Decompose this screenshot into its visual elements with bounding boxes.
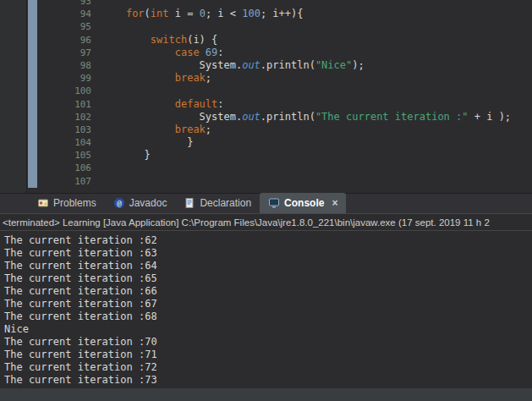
line-number[interactable]: 103 bbox=[0, 124, 95, 136]
line-number[interactable]: 93 bbox=[0, 0, 95, 8]
line-number[interactable]: 107 bbox=[0, 175, 95, 188]
javadoc-icon: @ bbox=[113, 197, 125, 209]
code-text: default: bbox=[95, 98, 224, 111]
code-text bbox=[95, 85, 101, 97]
code-line: 93 bbox=[0, 0, 532, 8]
problems-icon bbox=[37, 197, 49, 209]
code-text: switch(i) { bbox=[95, 34, 217, 47]
console-line: Nice bbox=[4, 323, 532, 336]
tab-label: Declaration bbox=[200, 197, 251, 209]
tab-label: Javadoc bbox=[129, 197, 167, 209]
svg-text:@: @ bbox=[117, 199, 122, 207]
status-bar bbox=[0, 387, 532, 401]
code-text: case 69: bbox=[95, 47, 224, 59]
code-line: 106 bbox=[0, 162, 532, 174]
console-line: The current iteration :68 bbox=[4, 310, 532, 323]
console-line: The current iteration :62 bbox=[4, 234, 532, 247]
tab-javadoc[interactable]: @ Javadoc bbox=[105, 193, 176, 213]
tab-problems[interactable]: Problems bbox=[29, 193, 105, 213]
line-number[interactable]: 97 bbox=[0, 47, 95, 59]
code-line: 98 System.out.println("Nice"); bbox=[0, 59, 532, 72]
line-number[interactable]: 106 bbox=[0, 162, 95, 174]
code-text: for(int i = 0; i < 100; i++){ bbox=[95, 8, 304, 20]
tab-console[interactable]: Console × bbox=[260, 193, 346, 213]
code-line: 105 } bbox=[0, 149, 532, 162]
view-tab-bar: Problems @ Javadoc Declaration Console × bbox=[0, 193, 532, 214]
console-icon bbox=[268, 197, 280, 209]
code-line: 103 break; bbox=[0, 124, 532, 136]
code-text bbox=[95, 0, 101, 8]
code-line: 95 bbox=[0, 20, 532, 33]
console-title: <terminated> Learning [Java Application]… bbox=[0, 215, 532, 231]
console-line: The current iteration :70 bbox=[4, 336, 532, 349]
code-text: } bbox=[95, 136, 193, 149]
code-text bbox=[95, 20, 101, 33]
line-number[interactable]: 96 bbox=[0, 34, 95, 47]
code-text: break; bbox=[95, 124, 211, 136]
console-line: The current iteration :71 bbox=[4, 349, 532, 361]
code-text bbox=[95, 175, 101, 188]
code-text bbox=[95, 162, 101, 174]
console-line: The current iteration :64 bbox=[4, 260, 532, 272]
tab-declaration[interactable]: Declaration bbox=[175, 193, 260, 213]
code-line: 107 bbox=[0, 175, 532, 188]
console-line: The current iteration :65 bbox=[4, 272, 532, 285]
line-number[interactable]: 105 bbox=[0, 149, 95, 162]
code-line: 101 default: bbox=[0, 98, 532, 111]
console-line: The current iteration :66 bbox=[4, 285, 532, 298]
console-line: The current iteration :72 bbox=[4, 361, 532, 374]
code-text: } bbox=[95, 149, 151, 162]
code-text: break; bbox=[95, 72, 211, 85]
code-line: 102 System.out.println("The current iter… bbox=[0, 111, 532, 124]
console-line: The current iteration :73 bbox=[4, 374, 532, 387]
code-text: System.out.println("Nice"); bbox=[95, 59, 365, 72]
line-number[interactable]: 101 bbox=[0, 98, 95, 111]
tab-label: Console bbox=[284, 197, 324, 209]
line-number[interactable]: 98 bbox=[0, 59, 95, 72]
code-text: System.out.println("The current iteratio… bbox=[95, 111, 511, 124]
code-line: 104 } bbox=[0, 136, 532, 149]
console-line: The current iteration :63 bbox=[4, 247, 532, 260]
line-number[interactable]: 102 bbox=[0, 111, 95, 124]
code-editor[interactable]: 9394 for(int i = 0; i < 100; i++){9596 s… bbox=[0, 0, 532, 193]
line-number[interactable]: 100 bbox=[0, 85, 95, 97]
code-line: 100 bbox=[0, 85, 532, 97]
console-output[interactable]: The current iteration :62The current ite… bbox=[0, 232, 532, 387]
tab-label: Problems bbox=[53, 197, 96, 209]
code-line: 99 break; bbox=[0, 72, 532, 85]
code-lines: 9394 for(int i = 0; i < 100; i++){9596 s… bbox=[0, 0, 532, 188]
code-line: 96 switch(i) { bbox=[0, 34, 532, 47]
eclipse-ide-window: 9394 for(int i = 0; i < 100; i++){9596 s… bbox=[0, 0, 532, 401]
code-line: 94 for(int i = 0; i < 100; i++){ bbox=[0, 8, 532, 20]
declaration-icon bbox=[184, 197, 195, 209]
console-line: The current iteration :67 bbox=[4, 298, 532, 310]
close-icon[interactable]: × bbox=[332, 198, 337, 208]
line-number[interactable]: 99 bbox=[0, 72, 95, 85]
line-number[interactable]: 104 bbox=[0, 136, 95, 149]
code-line: 97 case 69: bbox=[0, 47, 532, 59]
line-number[interactable]: 95 bbox=[0, 20, 95, 33]
line-number[interactable]: 94 bbox=[0, 8, 95, 20]
